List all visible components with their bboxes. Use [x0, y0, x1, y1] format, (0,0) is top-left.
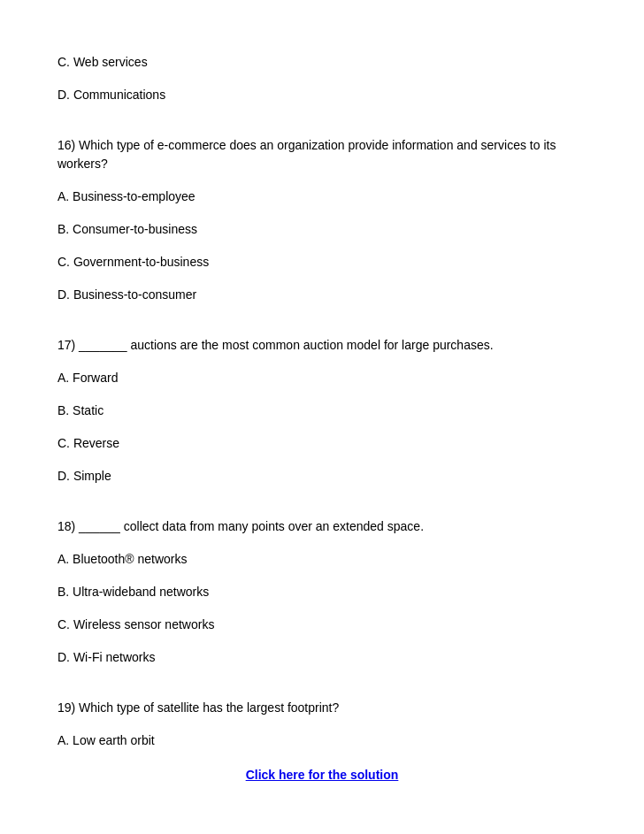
- q18-option-b: B. Ultra-wideband networks: [58, 583, 586, 601]
- q18-option-c-text: C. Wireless sensor networks: [58, 617, 214, 631]
- q17-option-a-text: A. Forward: [58, 371, 118, 385]
- section-cd: C. Web services D. Communications: [58, 53, 586, 104]
- q18-option-b-text: B. Ultra-wideband networks: [58, 585, 209, 599]
- page-container: C. Web services D. Communications 16) Wh…: [0, 0, 644, 834]
- section-q18: 18) ______ collect data from many points…: [58, 517, 586, 667]
- question-19-text: 19) Which type of satellite has the larg…: [58, 700, 339, 715]
- question-19: 19) Which type of satellite has the larg…: [58, 699, 586, 717]
- option-c-text: C. Web services: [58, 55, 148, 69]
- question-18-text: 18) ______ collect data from many points…: [58, 519, 424, 533]
- q17-option-d-text: D. Simple: [58, 469, 111, 483]
- q16-option-b: B. Consumer-to-business: [58, 220, 586, 239]
- q18-option-a: A. Bluetooth® networks: [58, 550, 586, 569]
- q16-option-d: D. Business-to-consumer: [58, 286, 586, 304]
- section-q16: 16) Which type of e-commerce does an org…: [58, 136, 586, 304]
- question-16-text: 16) Which type of e-commerce does an org…: [58, 138, 556, 171]
- section-q17: 17) _______ auctions are the most common…: [58, 336, 586, 486]
- q16-option-c-text: C. Government-to-business: [58, 255, 209, 269]
- solution-link[interactable]: Click here for the solution: [58, 768, 586, 782]
- section-q19: 19) Which type of satellite has the larg…: [58, 699, 586, 782]
- q16-option-a-text: A. Business-to-employee: [58, 189, 196, 203]
- question-16: 16) Which type of e-commerce does an org…: [58, 136, 586, 173]
- q18-option-c: C. Wireless sensor networks: [58, 616, 586, 634]
- question-17-text: 17) _______ auctions are the most common…: [58, 338, 494, 352]
- option-c: C. Web services: [58, 53, 586, 72]
- q17-option-c: C. Reverse: [58, 434, 586, 453]
- question-18: 18) ______ collect data from many points…: [58, 517, 586, 536]
- q19-option-a: A. Low earth orbit: [58, 731, 586, 750]
- option-d: D. Communications: [58, 86, 586, 104]
- question-17: 17) _______ auctions are the most common…: [58, 336, 586, 355]
- solution-link-text: Click here for the solution: [246, 768, 399, 782]
- q17-option-b-text: B. Static: [58, 403, 104, 417]
- option-d-text: D. Communications: [58, 88, 165, 102]
- q17-option-d: D. Simple: [58, 467, 586, 486]
- q16-option-b-text: B. Consumer-to-business: [58, 222, 197, 236]
- q17-option-c-text: C. Reverse: [58, 436, 119, 450]
- q18-option-d-text: D. Wi-Fi networks: [58, 650, 155, 664]
- q17-option-a: A. Forward: [58, 369, 586, 387]
- q16-option-a: A. Business-to-employee: [58, 187, 586, 206]
- q19-option-a-text: A. Low earth orbit: [58, 733, 155, 747]
- q17-option-b: B. Static: [58, 402, 586, 420]
- q18-option-d: D. Wi-Fi networks: [58, 648, 586, 667]
- q16-option-c: C. Government-to-business: [58, 253, 586, 272]
- q16-option-d-text: D. Business-to-consumer: [58, 287, 196, 302]
- q18-option-a-text: A. Bluetooth® networks: [58, 552, 188, 566]
